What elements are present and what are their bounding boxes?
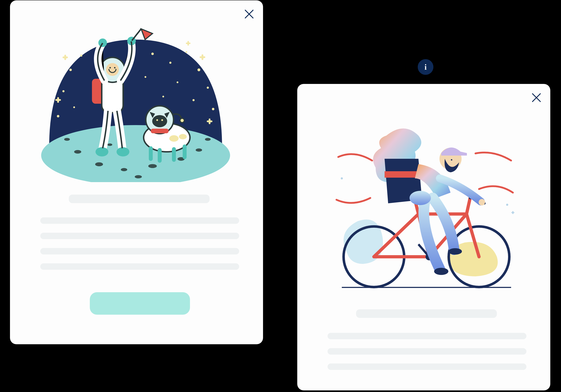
svg-point-80: [448, 248, 462, 255]
svg-line-69: [466, 198, 470, 214]
modal-card-astronaut: [10, 0, 263, 344]
svg-point-79: [434, 268, 448, 275]
svg-point-21: [74, 150, 81, 154]
svg-point-42: [117, 147, 129, 157]
svg-point-7: [151, 53, 154, 55]
svg-line-40: [132, 29, 141, 41]
svg-point-3: [80, 54, 82, 57]
svg-point-58: [506, 204, 508, 206]
svg-point-46: [156, 119, 158, 121]
svg-point-22: [95, 162, 103, 166]
svg-point-16: [193, 99, 194, 101]
body-line-placeholder: [40, 233, 239, 239]
svg-point-49: [180, 118, 184, 123]
svg-point-27: [64, 138, 70, 141]
svg-point-24: [148, 164, 157, 168]
svg-point-23: [121, 168, 127, 171]
close-icon: [245, 10, 254, 19]
close-button[interactable]: [244, 9, 255, 20]
svg-point-38: [98, 39, 107, 47]
svg-point-77: [451, 159, 452, 160]
title-placeholder: [356, 309, 497, 318]
svg-point-28: [205, 138, 211, 141]
svg-point-11: [207, 87, 209, 89]
svg-point-29: [135, 175, 142, 178]
svg-point-30: [107, 143, 112, 146]
svg-point-59: [341, 177, 343, 180]
svg-point-81: [410, 191, 431, 205]
svg-point-37: [114, 67, 116, 68]
title-placeholder: [69, 195, 210, 203]
svg-point-36: [109, 67, 111, 68]
body-line-placeholder: [40, 248, 239, 254]
body-line-placeholder: [328, 363, 527, 370]
svg-point-55: [179, 134, 187, 139]
body-line-placeholder: [40, 217, 239, 224]
svg-point-14: [57, 115, 59, 117]
info-badge[interactable]: i: [418, 59, 433, 75]
svg-point-54: [169, 135, 179, 142]
primary-cta-button[interactable]: [90, 292, 190, 315]
svg-point-10: [197, 68, 200, 71]
astronaut-illustration: [39, 23, 233, 182]
svg-point-47: [161, 119, 163, 121]
close-button[interactable]: [531, 93, 542, 103]
svg-point-13: [62, 90, 65, 92]
body-line-placeholder: [328, 348, 527, 355]
courier-illustration: [326, 114, 522, 292]
svg-point-18: [162, 96, 164, 97]
svg-point-45: [152, 115, 167, 127]
svg-point-2: [69, 69, 72, 71]
svg-point-17: [177, 81, 178, 83]
svg-point-15: [73, 106, 75, 108]
close-icon: [532, 93, 541, 103]
modal-card-courier: [297, 84, 550, 390]
svg-point-35: [106, 63, 119, 76]
svg-point-19: [145, 76, 146, 78]
svg-point-26: [196, 148, 202, 152]
svg-point-78: [479, 199, 485, 205]
svg-point-8: [169, 62, 172, 64]
svg-point-12: [212, 108, 214, 110]
body-line-placeholder: [328, 333, 527, 339]
body-line-placeholder: [40, 263, 239, 270]
svg-point-41: [96, 147, 108, 157]
svg-point-9: [185, 51, 187, 53]
info-icon-label: i: [424, 63, 427, 72]
svg-rect-48: [151, 129, 169, 133]
